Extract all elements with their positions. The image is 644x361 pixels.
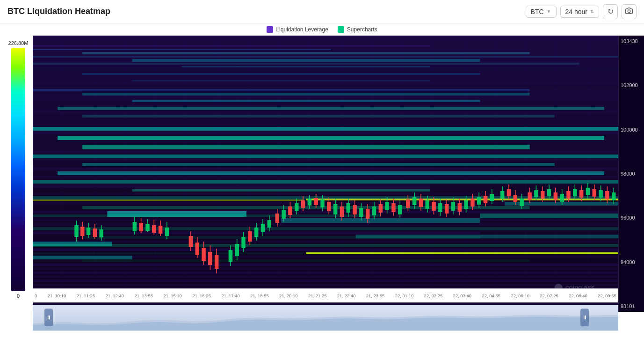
svg-rect-69	[33, 193, 644, 195]
svg-rect-141	[235, 244, 239, 256]
svg-rect-36	[182, 66, 430, 67]
svg-rect-125	[159, 226, 163, 234]
svg-rect-189	[391, 203, 396, 212]
svg-rect-209	[458, 203, 462, 212]
svg-rect-81	[33, 240, 644, 243]
svg-rect-53	[33, 132, 644, 134]
x-label-13: 22, 01:10	[395, 293, 414, 298]
svg-rect-217	[484, 196, 488, 203]
svg-rect-181	[366, 209, 370, 219]
scale-gradient	[11, 48, 25, 291]
svg-rect-56	[82, 145, 529, 149]
svg-rect-143	[241, 237, 246, 248]
y-label-6: 94000	[621, 259, 642, 265]
svg-rect-197	[419, 199, 423, 207]
legend-color-supercharts	[338, 26, 344, 33]
svg-rect-213	[470, 199, 475, 206]
color-scale: 226.80M 0	[0, 36, 33, 331]
svg-rect-76	[306, 252, 644, 254]
y-label-3: 100000	[621, 127, 642, 133]
refresh-icon: ↻	[608, 7, 614, 16]
svg-rect-70	[33, 196, 644, 199]
asset-selector[interactable]: BTC ▼	[526, 6, 557, 18]
time-selector[interactable]: 24 hour ⇅	[560, 6, 599, 18]
minimap-handle-left[interactable]: ⏸	[44, 309, 53, 326]
svg-rect-109	[80, 227, 85, 236]
svg-rect-78	[33, 227, 644, 230]
svg-rect-32	[82, 52, 529, 54]
svg-rect-29	[33, 41, 644, 44]
legend-label-liquidation: Liquidation Leverage	[276, 26, 328, 33]
refresh-button[interactable]: ↻	[603, 4, 618, 19]
svg-rect-215	[477, 197, 481, 205]
svg-rect-185	[379, 204, 383, 213]
scale-max-label: 226.80M	[8, 40, 29, 46]
scale-min-label: 0	[17, 293, 20, 299]
x-label-8: 21, 18:55	[250, 293, 269, 298]
x-label-9: 21, 20:10	[279, 293, 298, 298]
heatmap-wrapper: coinglass 103438 102000 100000 98000 960…	[33, 36, 644, 331]
svg-rect-179	[359, 208, 363, 217]
y-label-4: 98000	[621, 171, 642, 177]
svg-rect-235	[547, 189, 551, 196]
svg-rect-147	[254, 228, 259, 237]
svg-rect-37	[33, 69, 644, 72]
svg-rect-151	[268, 220, 272, 228]
svg-rect-39	[33, 77, 644, 79]
time-value: 24 hour	[565, 8, 587, 15]
svg-rect-229	[528, 192, 532, 200]
asset-value: BTC	[531, 8, 544, 15]
svg-rect-77	[33, 223, 644, 226]
svg-rect-233	[541, 191, 545, 199]
svg-rect-91	[33, 280, 644, 282]
svg-rect-127	[165, 228, 169, 236]
svg-rect-191	[398, 205, 402, 214]
svg-rect-67	[33, 185, 430, 188]
svg-rect-211	[464, 200, 468, 209]
svg-rect-66	[33, 180, 644, 184]
svg-rect-62	[58, 171, 604, 175]
y-label-5: 96000	[621, 215, 642, 221]
svg-rect-175	[347, 203, 351, 213]
x-label-7: 21, 17:40	[221, 293, 240, 298]
svg-rect-247	[586, 188, 590, 195]
svg-rect-159	[295, 203, 299, 211]
x-label-4: 21, 13:55	[134, 293, 153, 298]
svg-rect-129	[189, 236, 193, 247]
svg-rect-88	[33, 267, 644, 270]
x-label-20: 22, 09:55	[598, 293, 616, 298]
x-label-14: 22, 02:25	[424, 293, 443, 298]
svg-rect-84	[33, 252, 304, 254]
svg-rect-111	[87, 228, 91, 235]
svg-rect-50	[33, 119, 644, 121]
asset-arrow-icon: ▼	[547, 9, 551, 14]
svg-rect-115	[99, 229, 103, 237]
x-axis: 0 21, 10:10 21, 11:25 21, 12:40 21, 13:5…	[33, 288, 618, 302]
screenshot-button[interactable]	[622, 4, 637, 19]
minimap-handle-right[interactable]: ⏸	[580, 309, 589, 326]
svg-rect-237	[554, 192, 558, 200]
svg-rect-131	[195, 243, 199, 255]
x-label-17: 22, 06:10	[511, 293, 529, 298]
svg-rect-86	[82, 259, 529, 262]
x-label-16: 22, 04:55	[482, 293, 500, 298]
svg-rect-61	[33, 168, 644, 170]
page-title: BTC Liquidation Heatmap	[7, 7, 110, 16]
svg-rect-249	[592, 189, 596, 197]
svg-rect-157	[288, 206, 292, 215]
x-label-10: 21, 21:25	[308, 293, 327, 298]
minimap[interactable]: ⏸ ⏸	[33, 305, 618, 331]
svg-rect-30	[33, 45, 430, 47]
svg-rect-193	[406, 199, 410, 208]
svg-rect-38	[82, 73, 480, 75]
svg-rect-167	[320, 199, 325, 207]
svg-rect-221	[500, 191, 505, 199]
y-label-2: 102000	[621, 82, 642, 88]
svg-rect-225	[514, 195, 518, 202]
svg-rect-40	[132, 80, 431, 81]
svg-rect-255	[612, 192, 616, 200]
svg-rect-55	[33, 141, 644, 143]
svg-rect-253	[605, 191, 609, 199]
chart-legend: Liquidation Leverage Supercharts	[0, 23, 644, 36]
x-label-5: 21, 15:10	[163, 293, 182, 298]
